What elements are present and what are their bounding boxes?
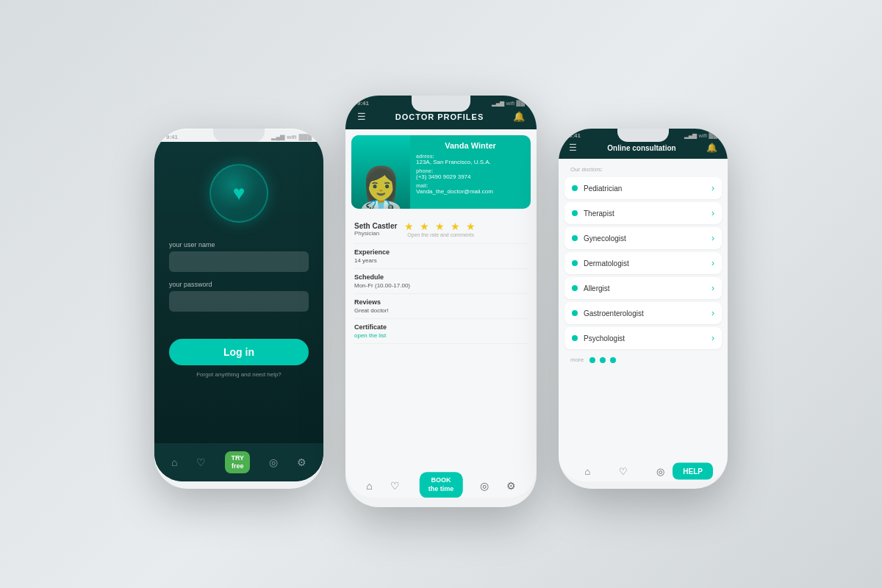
notification-icon[interactable]: 🔔: [706, 143, 717, 153]
menu-icon[interactable]: ☰: [569, 143, 577, 153]
active-dot: [572, 235, 578, 241]
login-button[interactable]: Log in: [169, 339, 309, 365]
phone-doctor-profiles: 9:41 ▂▄▆ wifi ▓▓ ☰ DOCTOR PROFILES 🔔 👩‍⚕…: [345, 96, 537, 507]
consultation-header: ☰ Online consultation 🔔: [559, 139, 728, 159]
specialty-left: Gynecologist: [572, 234, 626, 243]
forgot-link[interactable]: Forgot anyrthing and need help?: [196, 371, 282, 378]
phone3-bottom-nav: ⌂ ♡ ◎ ⚙ HELP: [559, 460, 728, 481]
doctor-profile-card: 👩‍⚕️ Vanda Winter adress: 123A, San Fran…: [351, 135, 531, 209]
chevron-right-icon: ›: [711, 233, 714, 243]
chevron-right-icon: ›: [711, 183, 714, 193]
specialty-psychologist[interactable]: Psychologist ›: [564, 327, 722, 349]
app-logo-bubble: ♥: [209, 164, 268, 223]
certificate-link[interactable]: open the list: [354, 332, 528, 339]
specialty-gastroenterologist[interactable]: Gastroenterologist ›: [564, 302, 722, 324]
phone-notch: [213, 129, 265, 142]
nav-settings-icon[interactable]: ⚙: [506, 480, 516, 492]
try-free-button[interactable]: TRY free: [225, 451, 250, 473]
doctor-info: Vanda Winter adress: 123A, San Francisco…: [416, 135, 531, 209]
phone2-bottom-nav: ⌂ ♡ ◎ ⚙ BOOK the time: [345, 473, 537, 498]
status-icons: ▂▄▆ wifi ▓▓: [492, 100, 525, 107]
doctor-silhouette-icon: 👩‍⚕️: [356, 168, 406, 209]
nav-home-icon[interactable]: ⌂: [366, 480, 372, 492]
nav-home-icon[interactable]: ⌂: [584, 466, 590, 477]
header-title: DOCTOR PROFILES: [395, 112, 484, 121]
schedule-section: Schedule Mon-Fr (10.00-17.00): [354, 269, 528, 294]
specialty-dermatologist[interactable]: Dermatologist ›: [564, 252, 722, 274]
schedule-value: Mon-Fr (10.00-17.00): [354, 282, 528, 289]
address-label: adress:: [416, 154, 525, 159]
book-button[interactable]: BOOK the time: [420, 472, 463, 498]
specialty-left: Dermatologist: [572, 259, 629, 268]
doctor-address: 123A, San Francisco, U.S.A.: [416, 159, 525, 165]
reviewer-name: Seth Castler: [354, 222, 397, 230]
specialty-pediatrician[interactable]: Pediatrician ›: [564, 177, 722, 199]
experience-value: 14 years: [354, 257, 528, 264]
nav-home-icon[interactable]: ⌂: [171, 456, 177, 468]
specialty-name: Allergist: [584, 284, 610, 293]
active-dot: [572, 335, 578, 341]
nav-favorites-icon[interactable]: ♡: [196, 456, 206, 468]
active-dot: [572, 210, 578, 216]
help-button[interactable]: HELP: [673, 462, 713, 479]
mail-label: mail:: [416, 183, 525, 188]
nav-profile-icon[interactable]: ◎: [480, 480, 489, 492]
status-icons: ▂▄▆ wifi ▓▓▓: [271, 134, 312, 140]
phone-consultation: 9:41 ▂▄▆ wifi ▓▓ ☰ Online consultation 🔔…: [559, 129, 728, 489]
nav-favorites-icon[interactable]: ♡: [619, 466, 628, 477]
chevron-right-icon: ›: [711, 333, 714, 343]
active-dot: [572, 185, 578, 191]
specialty-left: Pediatrician: [572, 184, 622, 193]
chevron-right-icon: ›: [711, 258, 714, 268]
login-screen: ♥ your user name your password Log in Fo…: [154, 142, 323, 481]
active-dot: [572, 285, 578, 291]
header-title: Online consultation: [607, 144, 675, 152]
rating-row: Seth Castler Physician ★ ★ ★ ★ ★ Open th…: [354, 215, 528, 244]
book-line1: BOOK: [429, 476, 454, 485]
doctor-phone: (+3) 3490 9029 3974: [416, 173, 525, 180]
specialty-name: Pediatrician: [584, 184, 622, 193]
status-time: 9:41: [357, 100, 369, 107]
doctor-photo: 👩‍⚕️: [351, 135, 410, 209]
username-label: your user name: [169, 241, 215, 248]
doctors-list-label: Our doctors:: [564, 163, 722, 177]
book-line2: the time: [429, 485, 454, 494]
dot-2: [600, 357, 606, 363]
signal-icon: ▂▄▆: [271, 134, 284, 140]
certificate-section: Certificate open the list: [354, 319, 528, 344]
chevron-right-icon: ›: [711, 308, 714, 318]
nav-profile-icon[interactable]: ◎: [656, 466, 664, 477]
nav-favorites-icon[interactable]: ♡: [390, 480, 400, 492]
specialty-left: Therapist: [572, 209, 614, 218]
notification-icon[interactable]: 🔔: [513, 111, 525, 122]
more-row: more: [564, 352, 722, 368]
specialty-allergist[interactable]: Allergist ›: [564, 277, 722, 299]
specialty-name: Psychologist: [584, 334, 625, 343]
specialty-therapist[interactable]: Therapist ›: [564, 202, 722, 224]
consultation-screen: ☰ Online consultation 🔔 Our doctors: Ped…: [559, 139, 728, 481]
password-input[interactable]: [169, 291, 309, 312]
specialty-gynecologist[interactable]: Gynecologist ›: [564, 227, 722, 249]
experience-label: Experience: [354, 248, 528, 256]
specialty-left: Allergist: [572, 284, 610, 293]
status-icons: ▂▄▆ wifi ▓▓: [684, 132, 717, 139]
specialty-name: Gastroenterologist: [584, 309, 644, 318]
doctor-email: Vanda_the_doctor@mail.com: [416, 188, 525, 195]
heart-icon: ♥: [233, 182, 245, 205]
phone-login: 9:41 ▂▄▆ wifi ▓▓▓ ♥ your user name your …: [154, 129, 323, 489]
password-label: your password: [169, 281, 212, 288]
nav-settings-icon[interactable]: ⚙: [297, 456, 306, 468]
reviews-label: Reviews: [354, 298, 528, 306]
specialty-name: Dermatologist: [584, 259, 629, 268]
chevron-right-icon: ›: [711, 283, 714, 293]
active-dot: [572, 260, 578, 266]
nav-profile-icon[interactable]: ◎: [269, 456, 278, 468]
bottom-nav: ⌂ ♡ TRY free ◎ ⚙: [154, 443, 323, 481]
specialty-left: Gastroenterologist: [572, 309, 644, 318]
experience-section: Experience 14 years: [354, 244, 528, 269]
phone-notch: [412, 96, 470, 112]
username-input[interactable]: [169, 251, 309, 272]
reviews-value: Great doctor!: [354, 307, 528, 314]
menu-icon[interactable]: ☰: [357, 111, 366, 122]
doctor-profiles-screen: ☰ DOCTOR PROFILES 🔔 👩‍⚕️ Vanda Winter ad…: [345, 107, 537, 498]
